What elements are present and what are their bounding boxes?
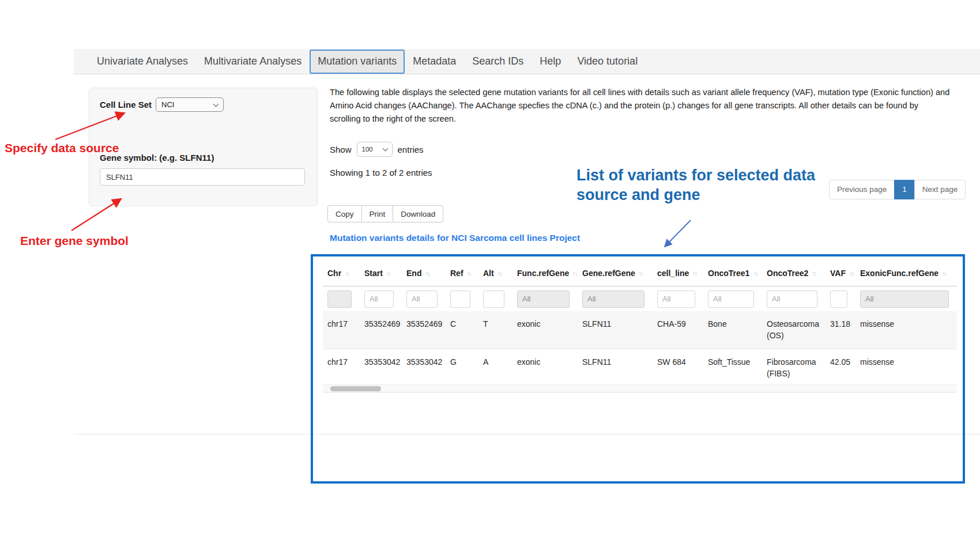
filter-chr[interactable]: [327, 290, 352, 308]
download-button[interactable]: Download: [393, 205, 443, 222]
filter-gene-refgene[interactable]: All: [582, 290, 644, 308]
copy-button[interactable]: Copy: [327, 205, 362, 222]
entries-label: entries: [398, 145, 424, 154]
cell-start: 35352469: [360, 311, 402, 349]
show-entries-control: Show 100 entries: [330, 142, 424, 157]
gene-symbol-input[interactable]: [100, 168, 305, 186]
tab-metadata[interactable]: Metadata: [405, 49, 464, 74]
cell-alt: A: [478, 349, 512, 387]
show-entries-value: 100: [362, 146, 373, 153]
tab-search-ids[interactable]: Search IDs: [464, 49, 532, 74]
column-label: End: [406, 269, 421, 278]
filter-cell: All: [578, 286, 653, 311]
filter-start[interactable]: [364, 290, 394, 308]
pagination: Previous page1Next page: [829, 180, 966, 199]
filter-oncotree2[interactable]: [767, 290, 817, 308]
filter-oncotree1[interactable]: [708, 290, 754, 308]
column-label: VAF: [830, 269, 846, 278]
filter-cell: [402, 286, 446, 311]
cell-exonicfunc-refgene: missense: [855, 311, 957, 349]
cell-cell-line: CHA-59: [653, 311, 703, 349]
next-page-button[interactable]: Next page: [914, 180, 966, 199]
table-header-row: Chr↑↓Start↑↓End↑↓Ref↑↓Alt↑↓Func.refGene↑…: [323, 261, 957, 286]
filter-cell: [653, 286, 703, 311]
horizontal-scrollbar-thumb[interactable]: [330, 386, 381, 391]
column-header-exonicfunc-refgene[interactable]: ExonicFunc.refGene↑↓: [855, 261, 957, 286]
column-label: Func.refGene: [517, 269, 569, 278]
filter-cell: [703, 286, 762, 311]
sort-icon: ↑↓: [386, 270, 390, 277]
annotation-specify-data-source: Specify data source: [5, 141, 119, 155]
column-label: Alt: [483, 269, 494, 278]
annotation-line-1: List of variants for selected data: [576, 165, 815, 185]
column-label: OncoTree2: [767, 269, 808, 278]
column-label: Start: [364, 269, 383, 278]
cell-end: 35352469: [402, 311, 446, 349]
tab-help[interactable]: Help: [532, 49, 569, 74]
filter-exonicfunc-refgene[interactable]: All: [860, 290, 949, 308]
cell-alt: T: [478, 311, 512, 349]
variants-details-link[interactable]: Mutation variants details for NCI Sarcom…: [330, 233, 580, 243]
cell-line-set-value: NCI: [161, 100, 174, 109]
column-header-start[interactable]: Start↑↓: [360, 261, 402, 286]
sort-icon: ↑↓: [497, 270, 502, 277]
filter-cell: All: [855, 286, 957, 311]
cell-line-set-select[interactable]: NCI: [156, 97, 224, 112]
filter-ref[interactable]: [450, 290, 470, 308]
cell-gene-refgene: SLFN11: [578, 349, 653, 387]
cell-oncotree2: Fibrosarcoma (FIBS): [762, 349, 826, 387]
column-header-alt[interactable]: Alt↑↓: [478, 261, 512, 286]
table-row: chr173535246935352469CTexonicSLFN11CHA-5…: [323, 311, 957, 349]
column-header-ref[interactable]: Ref↑↓: [446, 261, 478, 286]
column-header-vaf[interactable]: VAF↑↓: [826, 261, 855, 286]
blue-arrow-to-table: [665, 220, 691, 247]
filter-alt[interactable]: [483, 290, 504, 308]
print-button[interactable]: Print: [361, 205, 394, 222]
tab-multivariate-analyses[interactable]: Multivariate Analyses: [196, 49, 310, 74]
chevron-down-icon: [213, 101, 219, 107]
cell-vaf: 42.05: [826, 349, 855, 387]
previous-page-button[interactable]: Previous page: [829, 180, 895, 199]
filter-cell: [478, 286, 512, 311]
column-header-end[interactable]: End↑↓: [402, 261, 446, 286]
column-header-oncotree2[interactable]: OncoTree2↑↓: [762, 261, 826, 286]
column-header-chr[interactable]: Chr↑↓: [323, 261, 360, 286]
column-header-func-refgene[interactable]: Func.refGene↑↓: [512, 261, 578, 286]
cell-chr: chr17: [323, 349, 360, 387]
cell-oncotree2: Osteosarcoma (OS): [762, 311, 826, 349]
chevron-down-icon: [382, 146, 388, 152]
sort-icon: ↑↓: [345, 270, 349, 277]
page-1-button[interactable]: 1: [894, 180, 915, 199]
cell-line-set-label: Cell Line Set: [100, 100, 152, 110]
column-label: Ref: [450, 269, 463, 278]
tab-video-tutorial[interactable]: Video tutorial: [569, 49, 646, 74]
column-header-oncotree1[interactable]: OncoTree1↑↓: [703, 261, 762, 286]
tab-mutation-variants[interactable]: Mutation variants: [310, 50, 405, 74]
sort-icon: ↑↓: [425, 270, 429, 277]
annotation-line-2: source and gene: [576, 185, 815, 205]
show-entries-select[interactable]: 100: [357, 142, 393, 157]
filter-func-refgene[interactable]: All: [517, 290, 570, 308]
cell-oncotree1: Bone: [703, 311, 762, 349]
filter-cell: [323, 286, 360, 311]
cell-end: 35353042: [402, 349, 446, 387]
cell-func-refgene: exonic: [512, 311, 578, 349]
column-label: ExonicFunc.refGene: [860, 269, 938, 278]
cell-chr: chr17: [323, 311, 360, 349]
showing-entries-status: Showing 1 to 2 of 2 entries: [330, 168, 432, 178]
sort-icon: ↑↓: [849, 270, 853, 277]
controls-panel: Cell Line Set NCI Gene symbol: (e.g. SLF…: [89, 88, 318, 206]
cell-exonicfunc-refgene: missense: [855, 349, 957, 387]
filter-cell-line[interactable]: [657, 290, 695, 308]
horizontal-scrollbar-track[interactable]: [323, 384, 957, 393]
sort-icon: ↑↓: [942, 270, 946, 277]
filter-end[interactable]: [406, 290, 438, 308]
filter-cell: [446, 286, 478, 311]
cell-gene-refgene: SLFN11: [578, 311, 653, 349]
filter-cell: All: [512, 286, 578, 311]
column-header-gene-refgene[interactable]: Gene.refGene↑↓: [578, 261, 653, 286]
tab-univariate-analyses[interactable]: Univariate Analyses: [89, 49, 196, 74]
column-header-cell-line[interactable]: cell_line↑↓: [653, 261, 703, 286]
filter-vaf[interactable]: [830, 290, 847, 308]
sort-icon: ↑↓: [639, 270, 643, 277]
